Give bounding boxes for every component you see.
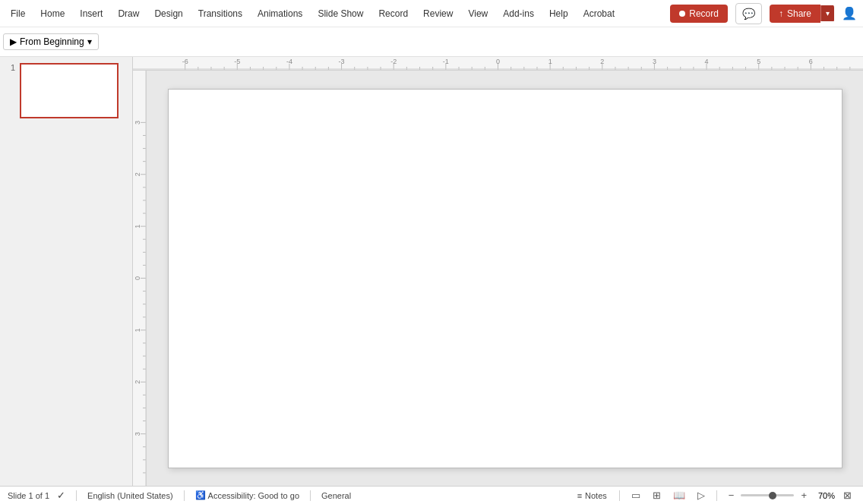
menu-review[interactable]: Review [416,5,460,22]
slide-number: 1 [5,63,15,72]
menu-add-ins[interactable]: Add-ins [495,5,542,22]
status-separator-4 [619,490,620,501]
status-left: Slide 1 of 1 ✓ English (United States) ♿… [8,490,573,501]
menu-design[interactable]: Design [147,5,190,22]
menu-acrobat[interactable]: Acrobat [576,5,622,22]
slide-canvas-area[interactable] [147,71,863,486]
spell-icon: ✓ [57,490,65,501]
zoom-in-button[interactable]: + [797,488,811,502]
slideshow-dropdown[interactable]: ▶ From Beginning ▾ [3,33,99,50]
status-separator-1 [76,490,77,501]
slideshow-label: From Beginning [20,36,84,47]
ruler-horizontal [133,57,863,71]
slide-thumbnail[interactable] [20,63,119,118]
menu-home[interactable]: Home [33,5,72,22]
slide-panel: 1 [0,57,133,486]
comment-button[interactable]: 💬 [735,3,762,24]
record-dot-icon [679,11,685,17]
menu-help[interactable]: Help [542,5,576,22]
menu-view[interactable]: View [460,5,495,22]
ruler-v-canvas [133,71,147,486]
slide-canvas[interactable] [168,89,842,468]
slide-sorter-button[interactable]: ⊞ [649,488,665,502]
zoom-level: 70% [814,491,835,500]
slide-sorter-icon: ⊞ [653,490,661,501]
zoom-minus-icon: − [729,490,735,501]
menu-animations[interactable]: Animations [250,5,310,22]
zoom-slider[interactable] [741,494,794,496]
menu-slide-show[interactable]: Slide Show [310,5,371,22]
normal-view-button[interactable]: ▭ [627,488,644,502]
status-separator-3 [310,490,311,501]
record-button-label: Record [689,8,719,19]
normal-view-icon: ▭ [631,490,640,501]
profile-button[interactable]: 👤 [839,3,860,24]
toolbar: ▶ From Beginning ▾ [0,27,863,56]
ruler-h-canvas [133,57,863,70]
notes-button[interactable]: ≡ Notes [573,490,612,502]
reading-view-icon: 📖 [673,490,685,501]
main-area: 1 [0,57,863,486]
status-separator-2 [184,490,185,501]
editor-area [133,57,863,486]
slide-item[interactable]: 1 [5,63,128,118]
menu-file[interactable]: File [3,5,33,22]
status-separator-5 [716,490,717,501]
notes-label: Notes [585,491,607,500]
notes-icon: ≡ [577,491,582,500]
ruler-vertical [133,71,147,486]
share-icon: ↑ [779,8,783,19]
fit-slide-button[interactable]: ⊠ [839,488,855,502]
zoom-thumb [769,492,776,499]
status-bar: Slide 1 of 1 ✓ English (United States) ♿… [0,486,863,504]
menu-draw[interactable]: Draw [110,5,147,22]
zoom-out-button[interactable]: − [725,488,738,502]
menu-insert[interactable]: Insert [72,5,110,22]
share-dropdown-button[interactable]: ▾ [820,5,834,21]
status-right: ≡ Notes ▭ ⊞ 📖 ▷ − + 70% [573,488,855,502]
top-right-actions: Record 💬 ↑ Share ▾ 👤 [670,3,860,24]
play-icon: ▶ [10,36,17,47]
general-label: General [321,491,351,500]
record-button[interactable]: Record [670,5,728,23]
presenter-view-button[interactable]: ▷ [694,488,709,502]
accessibility-icon: ♿ [195,490,206,500]
menu-transitions[interactable]: Transitions [191,5,250,22]
zoom-plus-icon: + [801,490,807,501]
share-button[interactable]: ↑ Share [770,5,820,23]
profile-icon: 👤 [842,7,857,20]
language-label: English (United States) [87,491,173,500]
zoom-controls: − + 70% [725,488,835,502]
editor-body [133,71,863,486]
slideshow-chevron-icon: ▾ [87,36,92,47]
presenter-view-icon: ▷ [697,490,705,501]
menu-record[interactable]: Record [371,5,416,22]
slide-info: Slide 1 of 1 [8,491,49,500]
reading-view-button[interactable]: 📖 [669,488,689,502]
share-group: ↑ Share ▾ [770,5,834,23]
fit-icon: ⊠ [843,490,852,501]
share-label: Share [787,8,811,19]
chevron-down-icon: ▾ [826,9,830,17]
comment-icon: 💬 [742,8,755,20]
menu-bar: File Home Insert Draw Design Transitions… [0,0,863,27]
accessibility-label: ♿ Accessibility: Good to go [195,490,299,500]
